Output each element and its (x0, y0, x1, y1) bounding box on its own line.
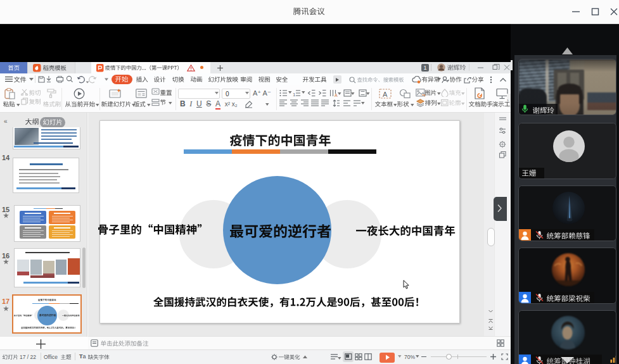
svg-text:1: 1 (293, 92, 296, 97)
svg-text:A: A (383, 91, 388, 98)
